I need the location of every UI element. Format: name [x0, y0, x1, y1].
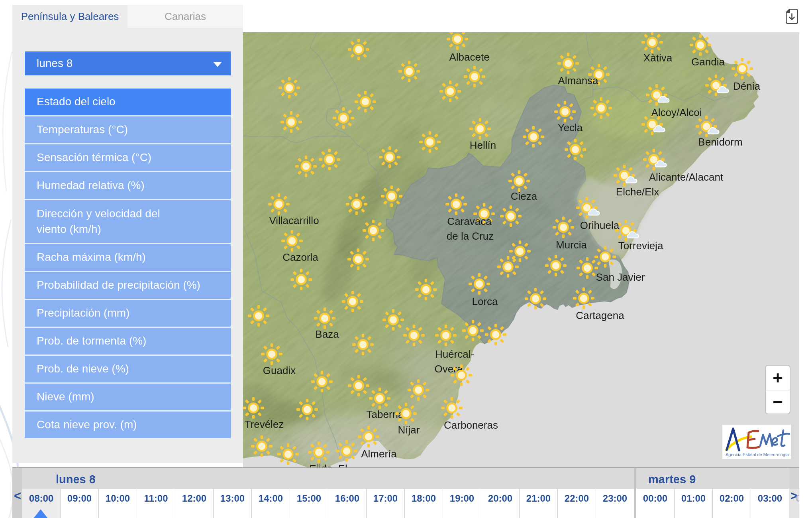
svg-text:Orihuela: Orihuela	[580, 219, 620, 231]
svg-text:Trevélez: Trevélez	[245, 418, 284, 430]
svg-text:de la Cruz: de la Cruz	[447, 230, 494, 242]
svg-text:Hellín: Hellín	[470, 139, 496, 151]
svg-text:Cazorla: Cazorla	[282, 251, 318, 263]
svg-text:Caravaca: Caravaca	[447, 215, 492, 227]
svg-text:Almería: Almería	[361, 448, 397, 460]
svg-text:Benidorm: Benidorm	[698, 136, 742, 148]
svg-text:Alcoy/Alcoi: Alcoy/Alcoi	[651, 106, 702, 118]
svg-text:Cieza: Cieza	[511, 190, 537, 202]
svg-text:Almansa: Almansa	[558, 75, 598, 87]
svg-text:Dénia: Dénia	[733, 80, 760, 92]
svg-text:Lorca: Lorca	[472, 295, 498, 307]
svg-text:Yecla: Yecla	[558, 122, 583, 134]
svg-text:Alicante/Alacant: Alicante/Alacant	[649, 171, 724, 183]
svg-text:Huércal-: Huércal-	[435, 348, 474, 360]
svg-text:Baza: Baza	[315, 328, 339, 340]
svg-text:Elche/Elx: Elche/Elx	[616, 186, 659, 198]
svg-text:Albacete: Albacete	[449, 51, 489, 63]
svg-text:San Javier: San Javier	[596, 271, 645, 283]
svg-text:Murcia: Murcia	[556, 239, 587, 251]
svg-text:Villacarrillo: Villacarrillo	[269, 215, 319, 227]
svg-text:Ejido, El: Ejido, El	[309, 463, 347, 467]
svg-text:Níjar: Níjar	[398, 424, 420, 436]
svg-text:Cartagena: Cartagena	[576, 309, 624, 321]
svg-text:Guadix: Guadix	[263, 364, 296, 376]
svg-text:Carboneras: Carboneras	[444, 419, 498, 431]
svg-text:Xàtiva: Xàtiva	[643, 52, 673, 64]
svg-text:Torrevieja: Torrevieja	[618, 240, 663, 252]
svg-text:Gandia: Gandia	[691, 56, 725, 68]
svg-text:Agencia Estatal de Meteorologí: Agencia Estatal de Meteorología	[726, 452, 789, 457]
